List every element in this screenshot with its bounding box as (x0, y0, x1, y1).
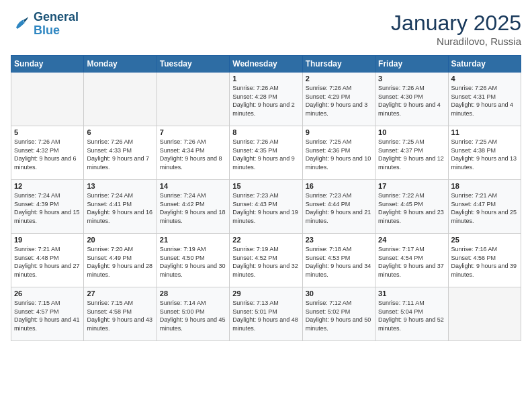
calendar-cell: 10Sunrise: 7:25 AM Sunset: 4:37 PM Dayli… (375, 126, 448, 180)
day-info: Sunrise: 7:12 AM Sunset: 5:02 PM Dayligh… (306, 299, 372, 332)
day-number: 14 (160, 182, 226, 190)
month-year: January 2025 (391, 11, 521, 36)
day-number: 20 (87, 236, 153, 244)
col-saturday: Saturday (448, 56, 521, 73)
calendar-cell: 18Sunrise: 7:21 AM Sunset: 4:47 PM Dayli… (448, 180, 521, 234)
day-number: 1 (232, 75, 299, 83)
day-number: 10 (378, 128, 445, 136)
day-number: 29 (232, 289, 299, 298)
calendar-cell: 6Sunrise: 7:26 AM Sunset: 4:33 PM Daylig… (84, 126, 157, 180)
calendar-cell (84, 73, 157, 126)
calendar-cell (448, 287, 521, 341)
day-number: 8 (232, 128, 299, 136)
day-info: Sunrise: 7:16 AM Sunset: 4:56 PM Dayligh… (451, 245, 518, 279)
day-info: Sunrise: 7:15 AM Sunset: 4:57 PM Dayligh… (14, 299, 81, 332)
calendar-cell: 31Sunrise: 7:11 AM Sunset: 5:04 PM Dayli… (375, 287, 448, 341)
calendar-cell: 14Sunrise: 7:24 AM Sunset: 4:42 PM Dayli… (157, 180, 229, 234)
calendar-cell: 22Sunrise: 7:19 AM Sunset: 4:52 PM Dayli… (230, 234, 302, 287)
day-info: Sunrise: 7:23 AM Sunset: 4:44 PM Dayligh… (306, 191, 372, 225)
day-info: Sunrise: 7:24 AM Sunset: 4:41 PM Dayligh… (87, 191, 153, 225)
day-info: Sunrise: 7:26 AM Sunset: 4:31 PM Dayligh… (451, 84, 518, 118)
location: Nuradilovo, Russia (391, 36, 521, 47)
day-number: 17 (378, 182, 445, 190)
day-info: Sunrise: 7:22 AM Sunset: 4:45 PM Dayligh… (378, 191, 445, 225)
day-info: Sunrise: 7:23 AM Sunset: 4:43 PM Dayligh… (232, 191, 299, 225)
day-number: 11 (451, 128, 518, 136)
day-info: Sunrise: 7:26 AM Sunset: 4:32 PM Dayligh… (14, 138, 81, 171)
day-info: Sunrise: 7:13 AM Sunset: 5:01 PM Dayligh… (232, 299, 299, 332)
logo: GeneralBlue (11, 11, 79, 38)
day-info: Sunrise: 7:26 AM Sunset: 4:33 PM Dayligh… (87, 138, 153, 171)
calendar-cell: 19Sunrise: 7:21 AM Sunset: 4:48 PM Dayli… (11, 234, 84, 287)
day-info: Sunrise: 7:24 AM Sunset: 4:39 PM Dayligh… (14, 191, 81, 225)
day-info: Sunrise: 7:24 AM Sunset: 4:42 PM Dayligh… (160, 191, 226, 225)
day-number: 26 (14, 289, 81, 298)
logo-icon (11, 14, 31, 34)
day-number: 2 (306, 75, 372, 83)
calendar-cell: 15Sunrise: 7:23 AM Sunset: 4:43 PM Dayli… (230, 180, 302, 234)
day-info: Sunrise: 7:15 AM Sunset: 4:58 PM Dayligh… (87, 299, 153, 332)
calendar-cell: 3Sunrise: 7:26 AM Sunset: 4:30 PM Daylig… (375, 73, 448, 126)
col-sunday: Sunday (11, 56, 84, 73)
day-number: 19 (14, 236, 81, 244)
logo-text: GeneralBlue (34, 11, 79, 38)
day-number: 21 (160, 236, 226, 244)
calendar-cell: 8Sunrise: 7:26 AM Sunset: 4:35 PM Daylig… (230, 126, 302, 180)
day-number: 28 (160, 289, 226, 298)
day-number: 18 (451, 182, 518, 190)
day-info: Sunrise: 7:19 AM Sunset: 4:52 PM Dayligh… (232, 245, 299, 279)
calendar-cell: 25Sunrise: 7:16 AM Sunset: 4:56 PM Dayli… (448, 234, 521, 287)
day-info: Sunrise: 7:25 AM Sunset: 4:36 PM Dayligh… (306, 138, 372, 171)
calendar-cell: 24Sunrise: 7:17 AM Sunset: 4:54 PM Dayli… (375, 234, 448, 287)
calendar-cell: 16Sunrise: 7:23 AM Sunset: 4:44 PM Dayli… (302, 180, 375, 234)
day-info: Sunrise: 7:26 AM Sunset: 4:30 PM Dayligh… (378, 84, 445, 118)
title-area: January 2025 Nuradilovo, Russia (391, 11, 521, 47)
day-info: Sunrise: 7:17 AM Sunset: 4:54 PM Dayligh… (378, 245, 445, 279)
day-number: 12 (14, 182, 81, 190)
calendar-cell: 2Sunrise: 7:26 AM Sunset: 4:29 PM Daylig… (302, 73, 375, 126)
calendar-cell: 4Sunrise: 7:26 AM Sunset: 4:31 PM Daylig… (448, 73, 521, 126)
calendar-cell: 1Sunrise: 7:26 AM Sunset: 4:28 PM Daylig… (230, 73, 302, 126)
calendar: Sunday Monday Tuesday Wednesday Thursday… (11, 55, 521, 341)
calendar-cell: 27Sunrise: 7:15 AM Sunset: 4:58 PM Dayli… (84, 287, 157, 341)
col-friday: Friday (375, 56, 448, 73)
day-info: Sunrise: 7:11 AM Sunset: 5:04 PM Dayligh… (378, 299, 445, 332)
header: GeneralBlue January 2025 Nuradilovo, Rus… (11, 11, 521, 47)
day-info: Sunrise: 7:25 AM Sunset: 4:38 PM Dayligh… (451, 138, 518, 171)
day-info: Sunrise: 7:26 AM Sunset: 4:29 PM Dayligh… (306, 84, 372, 118)
day-number: 27 (87, 289, 153, 298)
day-number: 16 (306, 182, 372, 190)
day-number: 22 (232, 236, 299, 244)
calendar-cell: 20Sunrise: 7:20 AM Sunset: 4:49 PM Dayli… (84, 234, 157, 287)
calendar-cell: 26Sunrise: 7:15 AM Sunset: 4:57 PM Dayli… (11, 287, 84, 341)
day-number: 24 (378, 236, 445, 244)
day-info: Sunrise: 7:18 AM Sunset: 4:53 PM Dayligh… (306, 245, 372, 279)
calendar-cell: 11Sunrise: 7:25 AM Sunset: 4:38 PM Dayli… (448, 126, 521, 180)
calendar-cell: 5Sunrise: 7:26 AM Sunset: 4:32 PM Daylig… (11, 126, 84, 180)
day-info: Sunrise: 7:14 AM Sunset: 5:00 PM Dayligh… (160, 299, 226, 332)
day-number: 25 (451, 236, 518, 244)
calendar-cell: 13Sunrise: 7:24 AM Sunset: 4:41 PM Dayli… (84, 180, 157, 234)
calendar-cell: 7Sunrise: 7:26 AM Sunset: 4:34 PM Daylig… (157, 126, 229, 180)
day-number: 23 (306, 236, 372, 244)
calendar-cell (157, 73, 229, 126)
calendar-cell (11, 73, 84, 126)
day-number: 6 (87, 128, 153, 136)
day-number: 5 (14, 128, 81, 136)
day-info: Sunrise: 7:26 AM Sunset: 4:28 PM Dayligh… (232, 84, 299, 118)
day-number: 9 (306, 128, 372, 136)
day-number: 3 (378, 75, 445, 83)
calendar-cell: 29Sunrise: 7:13 AM Sunset: 5:01 PM Dayli… (230, 287, 302, 341)
calendar-cell: 9Sunrise: 7:25 AM Sunset: 4:36 PM Daylig… (302, 126, 375, 180)
col-wednesday: Wednesday (230, 56, 302, 73)
calendar-cell: 12Sunrise: 7:24 AM Sunset: 4:39 PM Dayli… (11, 180, 84, 234)
page: GeneralBlue January 2025 Nuradilovo, Rus… (0, 0, 532, 411)
day-info: Sunrise: 7:25 AM Sunset: 4:37 PM Dayligh… (378, 138, 445, 171)
calendar-cell: 28Sunrise: 7:14 AM Sunset: 5:00 PM Dayli… (157, 287, 229, 341)
calendar-cell: 21Sunrise: 7:19 AM Sunset: 4:50 PM Dayli… (157, 234, 229, 287)
day-info: Sunrise: 7:21 AM Sunset: 4:47 PM Dayligh… (451, 191, 518, 225)
day-info: Sunrise: 7:20 AM Sunset: 4:49 PM Dayligh… (87, 245, 153, 279)
day-number: 15 (232, 182, 299, 190)
day-info: Sunrise: 7:26 AM Sunset: 4:35 PM Dayligh… (232, 138, 299, 171)
calendar-cell: 23Sunrise: 7:18 AM Sunset: 4:53 PM Dayli… (302, 234, 375, 287)
